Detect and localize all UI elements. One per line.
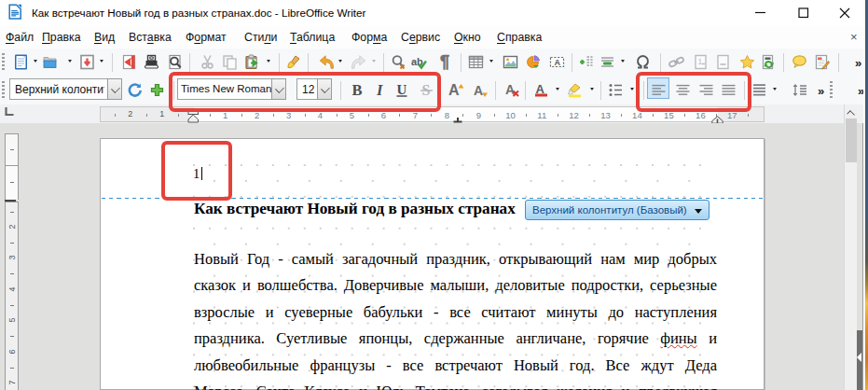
svg-text:A: A — [448, 82, 460, 98]
svg-text:A: A — [536, 82, 545, 96]
svg-text:A: A — [555, 58, 561, 67]
svg-text:A: A — [474, 83, 483, 98]
svg-text:1: 1 — [698, 57, 703, 66]
svg-text:¶: ¶ — [440, 54, 449, 70]
svg-text:ab: ab — [411, 56, 423, 67]
